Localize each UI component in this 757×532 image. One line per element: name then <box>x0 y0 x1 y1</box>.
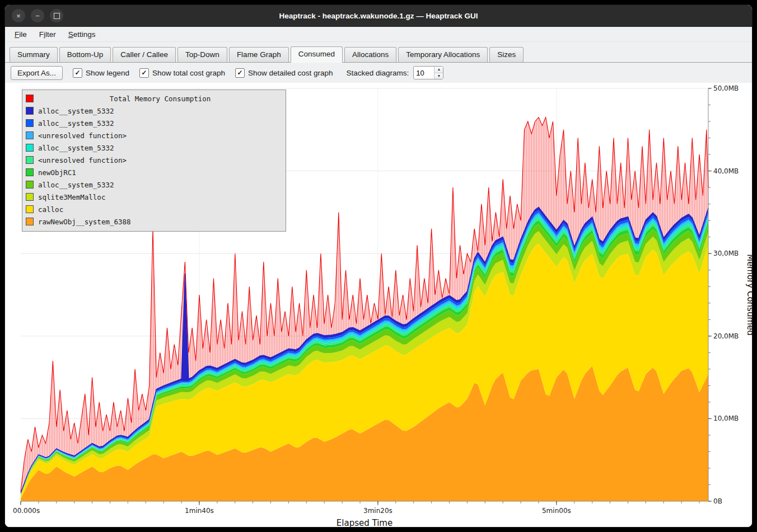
y-tick-label: 10,0MB <box>713 415 739 422</box>
window-title: Heaptrack - heaptrack.wakunode.1.gz — He… <box>279 12 478 20</box>
y-tick-label: 0B <box>713 497 722 505</box>
x-tick-label: 00.000s <box>13 507 40 515</box>
titlebar: × − Heaptrack - heaptrack.wakunode.1.gz … <box>5 5 752 27</box>
menu-filter[interactable]: Filter <box>34 29 61 40</box>
menu-file[interactable]: File <box>10 29 32 40</box>
legend-label: alloc__system_5332 <box>38 144 114 152</box>
legend-swatch-icon <box>26 205 34 213</box>
tab-temporary-allocations[interactable]: Temporary Allocations <box>398 47 488 62</box>
legend-swatch-icon <box>26 119 34 127</box>
export-as-button[interactable]: Export As... <box>11 66 63 80</box>
checkbox-show-legend[interactable]: ✓ Show legend <box>73 68 129 78</box>
chart-area: 00.000s1min40s3min20s5min00s0B10,0MB20,0… <box>5 83 752 527</box>
legend-label: Total Memory Consumption <box>38 95 282 103</box>
menu-settings[interactable]: Settings <box>63 29 101 40</box>
legend-swatch-icon <box>26 95 34 102</box>
legend-swatch-icon <box>26 218 34 225</box>
x-axis-title: Elapsed Time <box>337 518 392 528</box>
window-controls: × − <box>12 9 63 22</box>
legend-swatch-icon <box>26 107 34 115</box>
maximize-button[interactable] <box>50 9 63 22</box>
close-icon: × <box>16 12 21 20</box>
legend-row: alloc__system_5332 <box>26 105 282 117</box>
checkbox-icon: ✓ <box>139 68 149 78</box>
stacked-diagrams-label: Stacked diagrams: <box>347 69 409 77</box>
y-tick-label: 20,0MB <box>713 332 739 340</box>
spin-up-icon[interactable]: ▲ <box>434 67 443 73</box>
y-tick-label: 40,0MB <box>713 167 739 175</box>
legend-swatch-icon <box>26 131 34 139</box>
tab-bottom-up[interactable]: Bottom-Up <box>59 47 111 62</box>
legend-row: alloc__system_5332 <box>26 178 282 191</box>
spin-down-icon[interactable]: ▼ <box>434 73 443 79</box>
checkbox-label: Show total cost graph <box>152 69 225 77</box>
checkbox-show-total-cost-graph[interactable]: ✓ Show total cost graph <box>139 68 225 78</box>
legend-row: <unresolved function> <box>26 154 282 166</box>
legend-row: rawNewObj__system_6388 <box>26 215 282 228</box>
y-tick-label: 30,0MB <box>713 249 739 257</box>
minimize-button[interactable]: − <box>31 9 44 22</box>
y-axis-title: Memory Consumed <box>745 254 753 336</box>
tab-flame-graph[interactable]: Flame Graph <box>229 47 289 62</box>
legend-row: alloc__system_5332 <box>26 142 282 154</box>
legend-label: alloc__system_5332 <box>38 107 114 115</box>
legend-swatch-icon <box>26 144 34 152</box>
legend-label: alloc__system_5332 <box>38 119 114 128</box>
legend-row: calloc <box>26 203 282 215</box>
tab-caller-callee[interactable]: Caller / Callee <box>113 47 176 62</box>
stacked-diagrams-input[interactable] <box>414 67 434 79</box>
legend-label: alloc__system_5332 <box>38 181 114 189</box>
legend-title-row: Total Memory Consumption <box>26 92 282 105</box>
legend-swatch-icon <box>26 181 34 189</box>
legend-label: rawNewObj__system_6388 <box>38 218 131 226</box>
legend-row: <unresolved function> <box>26 129 282 142</box>
checkbox-icon: ✓ <box>235 68 245 78</box>
legend-label: newObjRC1 <box>38 168 76 177</box>
maximize-icon <box>54 13 60 19</box>
toolbar: Export As... ✓ Show legend ✓ Show total … <box>5 63 752 83</box>
menubar: FileFilterSettings <box>5 27 752 42</box>
x-tick-label: 5min00s <box>542 507 571 515</box>
legend-label: <unresolved function> <box>38 131 127 140</box>
legend-swatch-icon <box>26 168 34 176</box>
stacked-diagrams-spinbox[interactable]: ▲ ▼ <box>413 66 443 79</box>
spin-arrows: ▲ ▼ <box>434 67 443 79</box>
legend-row: sqlite3MemMalloc <box>26 191 282 203</box>
close-button[interactable]: × <box>12 9 25 22</box>
tab-consumed[interactable]: Consumed <box>291 46 343 63</box>
legend-swatch-icon <box>26 156 34 164</box>
tabbar: Summary Bottom-Up Caller / Callee Top-Do… <box>5 42 752 63</box>
legend-label: <unresolved function> <box>38 156 127 164</box>
checkbox-label: Show legend <box>86 69 129 77</box>
check-icon: ✓ <box>142 69 147 76</box>
check-icon: ✓ <box>237 69 242 76</box>
checkbox-label: Show detailed cost graph <box>248 69 333 77</box>
chart-legend: Total Memory Consumptionalloc__system_53… <box>22 90 286 232</box>
check-icon: ✓ <box>75 69 81 76</box>
legend-label: sqlite3MemMalloc <box>38 193 105 201</box>
checkbox-show-detailed-cost-graph[interactable]: ✓ Show detailed cost graph <box>235 68 333 78</box>
legend-swatch-icon <box>26 193 34 201</box>
x-tick-label: 3min20s <box>363 507 392 515</box>
y-tick-label: 50,0MB <box>713 84 739 92</box>
tab-top-down[interactable]: Top-Down <box>177 47 227 62</box>
legend-row: alloc__system_5332 <box>26 117 282 129</box>
legend-row: newObjRC1 <box>26 166 282 178</box>
tab-summary[interactable]: Summary <box>10 47 58 62</box>
tab-sizes[interactable]: Sizes <box>489 47 524 62</box>
legend-label: calloc <box>38 205 63 214</box>
x-tick-label: 1min40s <box>185 507 214 515</box>
minimize-icon: − <box>35 12 40 20</box>
tab-allocations[interactable]: Allocations <box>344 47 396 62</box>
checkbox-icon: ✓ <box>73 68 82 78</box>
app-window: × − Heaptrack - heaptrack.wakunode.1.gz … <box>4 4 753 528</box>
